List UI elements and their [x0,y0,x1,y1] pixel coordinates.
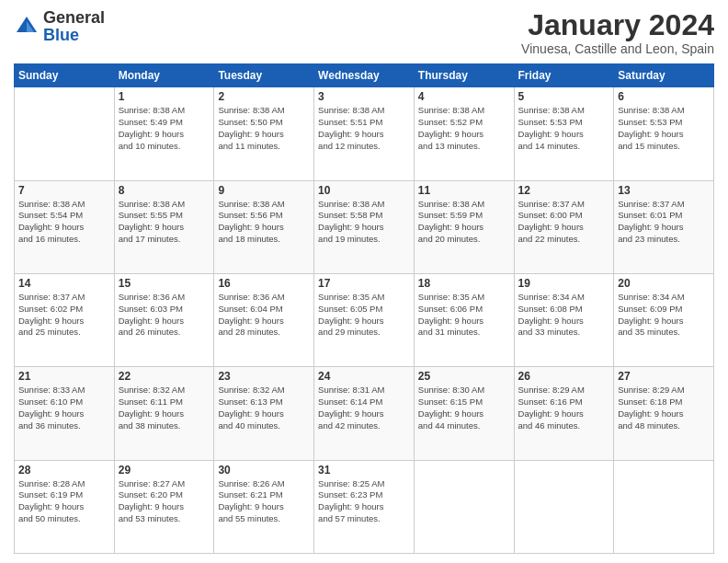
day-info: Sunrise: 8:32 AMSunset: 6:11 PMDaylight:… [119,385,210,431]
day-number: 28 [18,464,110,477]
calendar-cell: 21Sunrise: 8:33 AMSunset: 6:10 PMDayligh… [15,367,115,460]
calendar-week-row: 28Sunrise: 8:28 AMSunset: 6:19 PMDayligh… [15,460,714,553]
day-number: 15 [119,277,210,290]
day-number: 1 [119,90,210,103]
day-info: Sunrise: 8:38 AMSunset: 5:53 PMDaylight:… [618,105,710,152]
day-number: 17 [318,277,410,290]
col-header-saturday: Saturday [614,64,714,87]
day-number: 20 [618,277,710,290]
calendar-cell: 2Sunrise: 8:38 AMSunset: 5:50 PMDaylight… [214,87,314,180]
day-info: Sunrise: 8:35 AMSunset: 6:05 PMDaylight:… [318,292,410,339]
calendar-cell: 12Sunrise: 8:37 AMSunset: 6:00 PMDayligh… [514,180,614,273]
calendar-cell: 3Sunrise: 8:38 AMSunset: 5:51 PMDaylight… [314,87,415,180]
day-number: 27 [618,370,710,383]
calendar-table: SundayMondayTuesdayWednesdayThursdayFrid… [14,63,714,554]
day-number: 6 [618,90,710,103]
day-info: Sunrise: 8:38 AMSunset: 5:51 PMDaylight:… [318,105,410,152]
calendar-cell: 5Sunrise: 8:38 AMSunset: 5:53 PMDaylight… [514,87,614,180]
page: General Blue January 2024 Vinuesa, Casti… [0,0,728,563]
day-info: Sunrise: 8:38 AMSunset: 5:56 PMDaylight:… [218,199,310,246]
month-year: January 2024 [521,9,714,41]
day-info: Sunrise: 8:37 AMSunset: 6:01 PMDaylight:… [618,199,710,246]
day-number: 23 [218,370,310,383]
calendar-cell: 24Sunrise: 8:31 AMSunset: 6:14 PMDayligh… [314,367,415,460]
calendar-cell: 27Sunrise: 8:29 AMSunset: 6:18 PMDayligh… [614,367,714,460]
calendar-cell [614,460,714,553]
calendar-cell: 8Sunrise: 8:38 AMSunset: 5:55 PMDaylight… [114,180,214,273]
calendar-cell: 20Sunrise: 8:34 AMSunset: 6:09 PMDayligh… [614,273,714,366]
logo: General Blue [14,9,105,44]
calendar-cell: 28Sunrise: 8:28 AMSunset: 6:19 PMDayligh… [15,460,115,553]
day-info: Sunrise: 8:32 AMSunset: 6:13 PMDaylight:… [218,385,310,431]
day-number: 18 [418,277,510,290]
day-info: Sunrise: 8:34 AMSunset: 6:08 PMDaylight:… [518,292,610,339]
day-info: Sunrise: 8:29 AMSunset: 6:16 PMDaylight:… [518,385,610,431]
day-number: 5 [518,90,610,103]
day-number: 31 [318,464,410,477]
calendar-cell: 23Sunrise: 8:32 AMSunset: 6:13 PMDayligh… [214,367,314,460]
calendar-cell: 4Sunrise: 8:38 AMSunset: 5:52 PMDaylight… [414,87,514,180]
calendar-cell: 17Sunrise: 8:35 AMSunset: 6:05 PMDayligh… [314,273,415,366]
day-info: Sunrise: 8:27 AMSunset: 6:20 PMDaylight:… [119,478,210,525]
day-number: 16 [218,277,310,290]
day-number: 8 [119,184,210,197]
header: General Blue January 2024 Vinuesa, Casti… [14,9,714,56]
calendar-cell: 26Sunrise: 8:29 AMSunset: 6:16 PMDayligh… [514,367,614,460]
day-info: Sunrise: 8:37 AMSunset: 6:02 PMDaylight:… [18,292,110,339]
calendar-cell: 9Sunrise: 8:38 AMSunset: 5:56 PMDaylight… [214,180,314,273]
day-info: Sunrise: 8:26 AMSunset: 6:21 PMDaylight:… [218,478,310,525]
title-block: January 2024 Vinuesa, Castille and Leon,… [521,9,714,56]
calendar-cell: 22Sunrise: 8:32 AMSunset: 6:11 PMDayligh… [114,367,214,460]
day-number: 9 [218,184,310,197]
day-number: 2 [218,90,310,103]
day-number: 10 [318,184,410,197]
calendar-cell: 29Sunrise: 8:27 AMSunset: 6:20 PMDayligh… [114,460,214,553]
day-info: Sunrise: 8:33 AMSunset: 6:10 PMDaylight:… [18,385,110,431]
day-number: 22 [119,370,210,383]
day-info: Sunrise: 8:38 AMSunset: 5:50 PMDaylight:… [218,105,310,152]
day-info: Sunrise: 8:38 AMSunset: 5:54 PMDaylight:… [18,199,110,246]
day-number: 25 [418,370,510,383]
day-number: 24 [318,370,410,383]
day-info: Sunrise: 8:37 AMSunset: 6:00 PMDaylight:… [518,199,610,246]
calendar-header-row: SundayMondayTuesdayWednesdayThursdayFrid… [15,64,714,87]
day-info: Sunrise: 8:36 AMSunset: 6:03 PMDaylight:… [119,292,210,339]
day-number: 11 [418,184,510,197]
day-info: Sunrise: 8:34 AMSunset: 6:09 PMDaylight:… [618,292,710,339]
day-number: 12 [518,184,610,197]
calendar-week-row: 1Sunrise: 8:38 AMSunset: 5:49 PMDaylight… [15,87,714,180]
calendar-cell [514,460,614,553]
day-info: Sunrise: 8:38 AMSunset: 5:58 PMDaylight:… [318,199,410,246]
day-info: Sunrise: 8:36 AMSunset: 6:04 PMDaylight:… [218,292,310,339]
day-info: Sunrise: 8:38 AMSunset: 5:52 PMDaylight:… [418,105,510,152]
day-number: 26 [518,370,610,383]
day-info: Sunrise: 8:25 AMSunset: 6:23 PMDaylight:… [318,478,410,525]
day-info: Sunrise: 8:31 AMSunset: 6:14 PMDaylight:… [318,385,410,431]
day-number: 21 [18,370,110,383]
calendar-cell: 30Sunrise: 8:26 AMSunset: 6:21 PMDayligh… [214,460,314,553]
logo-text: General Blue [43,9,105,44]
calendar-cell: 1Sunrise: 8:38 AMSunset: 5:49 PMDaylight… [114,87,214,180]
day-number: 7 [18,184,110,197]
day-number: 14 [18,277,110,290]
col-header-monday: Monday [114,64,214,87]
col-header-friday: Friday [514,64,614,87]
day-info: Sunrise: 8:35 AMSunset: 6:06 PMDaylight:… [418,292,510,339]
day-number: 30 [218,464,310,477]
col-header-sunday: Sunday [15,64,115,87]
calendar-cell: 7Sunrise: 8:38 AMSunset: 5:54 PMDaylight… [15,180,115,273]
calendar-cell: 31Sunrise: 8:25 AMSunset: 6:23 PMDayligh… [314,460,415,553]
col-header-wednesday: Wednesday [314,64,415,87]
calendar-week-row: 21Sunrise: 8:33 AMSunset: 6:10 PMDayligh… [15,367,714,460]
calendar-cell [414,460,514,553]
logo-icon [14,14,40,40]
calendar-cell: 15Sunrise: 8:36 AMSunset: 6:03 PMDayligh… [114,273,214,366]
calendar-cell: 10Sunrise: 8:38 AMSunset: 5:58 PMDayligh… [314,180,415,273]
day-number: 3 [318,90,410,103]
logo-general: General [43,8,105,27]
day-info: Sunrise: 8:30 AMSunset: 6:15 PMDaylight:… [418,385,510,431]
day-info: Sunrise: 8:38 AMSunset: 5:53 PMDaylight:… [518,105,610,152]
day-info: Sunrise: 8:38 AMSunset: 5:55 PMDaylight:… [119,199,210,246]
day-info: Sunrise: 8:38 AMSunset: 5:59 PMDaylight:… [418,199,510,246]
calendar-cell: 6Sunrise: 8:38 AMSunset: 5:53 PMDaylight… [614,87,714,180]
